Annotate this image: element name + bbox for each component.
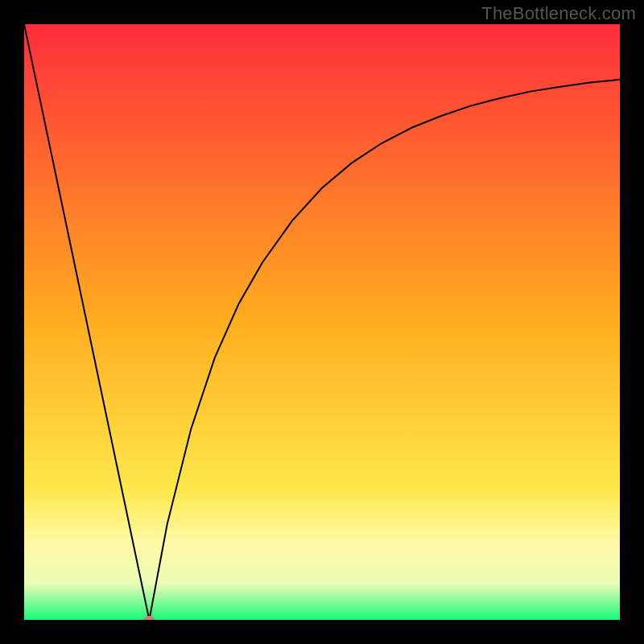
plot-area — [24, 24, 620, 620]
watermark-text: TheBottleneck.com — [481, 3, 636, 24]
chart-svg — [24, 24, 620, 620]
gradient-background — [24, 24, 620, 620]
chart-frame: TheBottleneck.com — [0, 0, 644, 644]
